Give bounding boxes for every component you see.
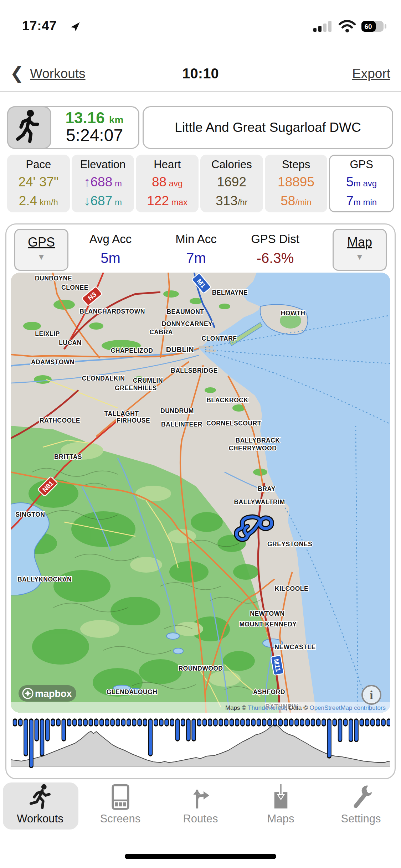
status-icons: 60 (313, 20, 387, 33)
map-label: BEAUMONT (166, 308, 204, 315)
tab-maps[interactable]: Maps (241, 781, 321, 835)
map-label: BALLSBRIDGE (171, 367, 218, 374)
map-label: CLONEE (61, 284, 88, 291)
map-label: BRAY (258, 485, 276, 492)
export-button[interactable]: Export (352, 66, 390, 81)
map-label: BELMAYNE (212, 289, 248, 296)
map-label: DONNYCARNEY (162, 320, 213, 327)
svg-text:mapbox: mapbox (35, 688, 72, 699)
duration-value: 5:24:07 (53, 125, 135, 145)
gps-field-min-acc: Min Acc7m (157, 232, 235, 266)
map-label: MOUNT KENNEDY (239, 621, 297, 628)
map-label: CRUMLIN (133, 377, 163, 384)
gps-field-gps-dist: GPS Dist-6.3% (236, 232, 314, 266)
stat-tab-gps[interactable]: GPS 5m avg 7m min (329, 155, 394, 212)
runner-icon (26, 783, 55, 812)
map-label: HOWTH (281, 310, 305, 317)
stat-tab-steps[interactable]: Steps 18895 58/min (265, 155, 328, 212)
map-label: CABRA (149, 329, 173, 336)
map-label: FIRHOUSE (117, 417, 150, 424)
tab-screens[interactable]: Screens (80, 781, 160, 835)
stats-grid: Pace 24' 37" 2.4 km/hElevation ↑688 m ↓6… (7, 155, 394, 212)
map-label: BLACKROCK (206, 397, 248, 404)
maps-icon (267, 783, 295, 812)
stat-tab-heart[interactable]: Heart 88 avg 122 max (136, 155, 199, 212)
map-label: DUNBOYNE (35, 275, 72, 282)
map-attribution[interactable]: Maps © Thunderforest, Data © OpenStreetM… (225, 704, 386, 711)
map-info-button[interactable]: i (362, 686, 381, 704)
activity-type-button[interactable] (7, 106, 51, 149)
tab-workouts[interactable]: Workouts (0, 781, 80, 835)
map-label: LUCAN (59, 339, 82, 346)
map-label: CHAPELIZOD (111, 347, 153, 354)
map-label: SINGTON (16, 511, 45, 518)
distance-unit: km (109, 114, 123, 125)
home-indicator[interactable] (125, 854, 276, 859)
map-label: CLONTARF (202, 335, 237, 342)
map-label: BRITTAS (54, 453, 82, 460)
map-label: CORNELSCOURT (206, 420, 261, 427)
stat-tab-elevation[interactable]: Elevation ↑688 m ↓687 m (72, 155, 134, 212)
map-label: BLANCHARDSTOWN (79, 308, 145, 315)
stat-tab-pace[interactable]: Pace 24' 37" 2.4 km/h (7, 155, 70, 212)
routes-icon (186, 783, 215, 812)
map-label: NEWTOWN (250, 610, 284, 617)
tab-settings[interactable]: Settings (321, 781, 401, 835)
map-label: DUBLIN (166, 346, 194, 353)
svg-text:60: 60 (364, 23, 372, 30)
map-label: BALLINTEER (161, 421, 202, 428)
chevron-down-icon: ▼ (334, 252, 386, 262)
gps-dropdown-button[interactable]: GPS▼ (14, 229, 68, 271)
map-label: TALLAGHT (104, 410, 139, 417)
map-label: DUNDRUM (160, 407, 194, 414)
map-dropdown-button[interactable]: Map▼ (333, 229, 387, 271)
page-title: 10:10 (0, 66, 401, 82)
chevron-down-icon: ▼ (15, 252, 67, 262)
map-label: BALLYWALTRIM (234, 498, 285, 506)
map-label: ROUNDWOOD (178, 665, 223, 672)
cellular-icon (313, 20, 333, 32)
mapbox-logo[interactable]: mapbox (19, 685, 76, 702)
svg-text:i: i (370, 688, 373, 702)
battery-icon: 60 (361, 20, 387, 33)
stat-tab-calories[interactable]: Calories 1692 313/hr (200, 155, 263, 212)
wifi-icon (338, 20, 356, 33)
map-label: GLENDALOUGH (107, 688, 158, 696)
workout-title-field[interactable]: Little And Great Sugarloaf DWC (143, 106, 393, 149)
map-label: BALLYKNOCKAN (17, 576, 72, 583)
gps-field-avg-acc: Avg Acc5m (71, 232, 150, 266)
location-arrow-icon (70, 21, 81, 32)
wrench-icon (347, 783, 375, 812)
elevation-chart[interactable] (11, 718, 390, 770)
map-label: ASHFORD (253, 688, 285, 696)
map-label: RATHCOOLE (40, 417, 80, 424)
map-label: GREYSTONES (267, 541, 312, 548)
map-label: CLONDALKIN (82, 375, 125, 382)
map-label: GREENHILLS (115, 384, 157, 392)
workout-map[interactable]: N3M1N81M11 DUNBOYNECLONEEBLANCHARDSTOWNB… (11, 273, 390, 713)
tab-routes[interactable]: Routes (160, 781, 241, 835)
map-label: LEIXLIP (35, 330, 60, 337)
screens-icon (106, 783, 135, 812)
walking-icon (8, 107, 48, 146)
elevation-area (11, 724, 390, 766)
map-label: CHERRYWOOD (229, 445, 277, 452)
distance-value: 13.16 km (53, 109, 135, 127)
map-label: ADAMSTOWN (31, 358, 74, 366)
tab-bar: Workouts Screens Routes Maps Settings (0, 781, 401, 835)
map-label: BALLYBRACK (236, 437, 280, 444)
status-time: 17:47 (22, 19, 57, 33)
divider (0, 91, 401, 92)
map-label: KILCOOLE (275, 585, 308, 592)
map-label: NEWCASTLE (274, 644, 315, 651)
